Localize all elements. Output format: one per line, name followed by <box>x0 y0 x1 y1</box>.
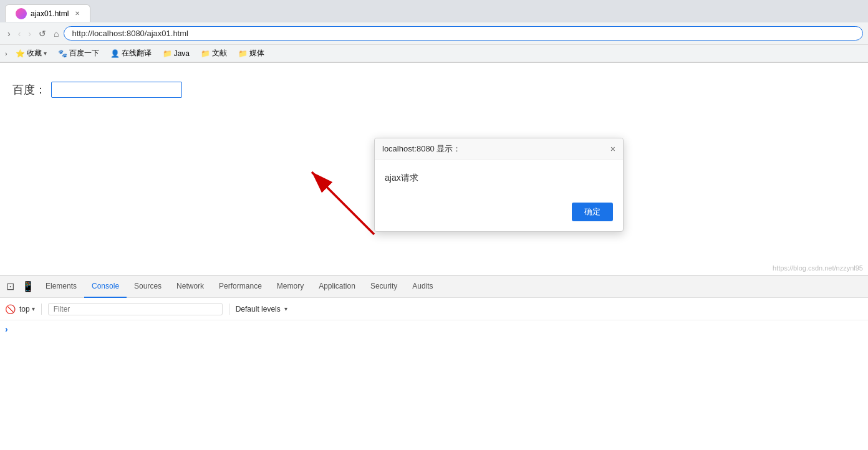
tab-console[interactable]: Console <box>84 275 127 298</box>
tab-security[interactable]: Security <box>363 275 405 298</box>
tab-performance[interactable]: Performance <box>211 275 269 298</box>
alert-close-button[interactable]: × <box>610 145 615 153</box>
tab-network[interactable]: Network <box>169 275 211 298</box>
bookmark-docs[interactable]: 📁 文献 <box>198 47 230 60</box>
tab-close-button[interactable]: ✕ <box>75 10 80 17</box>
bookmark-media[interactable]: 📁 媒体 <box>235 47 268 60</box>
page-content: 百度： localhost:8080 显示： × ajax请求 确定 https… <box>0 63 868 275</box>
folder-icon: 📁 <box>163 49 172 58</box>
star-icon: ⭐ <box>16 49 25 58</box>
levels-chevron-icon: ▾ <box>284 305 287 312</box>
tab-bar: ajax01.html ✕ <box>0 0 868 22</box>
no-entry-icon: 🚫 <box>5 304 16 314</box>
bookmark-collections[interactable]: ⭐ 收藏 ▾ <box>12 47 50 60</box>
active-tab[interactable]: ajax01.html ✕ <box>5 4 90 22</box>
context-label: top <box>19 305 30 314</box>
alert-ok-button[interactable]: 确定 <box>572 203 613 221</box>
baidu-icon: 🐾 <box>58 49 67 58</box>
search-area: 百度： <box>12 82 856 98</box>
home-button[interactable]: ⌂ <box>51 27 61 40</box>
address-bar-wrap <box>64 26 863 41</box>
separator-1 <box>41 304 42 315</box>
folder-icon-3: 📁 <box>238 49 248 58</box>
tab-audits[interactable]: Audits <box>405 275 440 298</box>
bookmark-java-label: Java <box>174 49 190 58</box>
nav-chevron-button[interactable]: › <box>5 27 13 40</box>
bookmark-baidu-label: 百度一下 <box>69 48 99 59</box>
chevron-down-icon: ▾ <box>44 50 47 57</box>
devtools-select-icon-button[interactable]: ⊡ <box>2 278 18 295</box>
svg-line-1 <box>312 172 374 234</box>
devtools-tabs: ⊡ 📱 Elements Console Sources Network Per… <box>0 275 868 298</box>
bookmark-java[interactable]: 📁 Java <box>160 48 193 59</box>
folder-icon-2: 📁 <box>201 49 210 58</box>
devtools-phone-icon-button[interactable]: 📱 <box>18 278 38 295</box>
console-prompt-icon: › <box>5 324 8 334</box>
tab-elements[interactable]: Elements <box>38 275 84 298</box>
levels-select[interactable]: Default levels ▾ <box>236 305 287 314</box>
context-select[interactable]: top ▾ <box>19 305 35 314</box>
search-label: 百度： <box>12 82 46 97</box>
browser-chrome: ajax01.html ✕ › ‹ › ↺ ⌂ › ⭐ 收藏 ▾ 🐾 百度一下 … <box>0 0 868 63</box>
bookmark-translate[interactable]: 👤 在线翻译 <box>107 47 155 60</box>
bookmark-docs-label: 文献 <box>212 48 227 59</box>
translate-icon: 👤 <box>110 49 120 58</box>
forward-button[interactable]: › <box>26 27 34 40</box>
nav-toolbar: › ‹ › ↺ ⌂ <box>0 22 868 45</box>
context-chevron-icon: ▾ <box>32 305 35 312</box>
search-input[interactable] <box>51 82 182 98</box>
bookmark-baidu[interactable]: 🐾 百度一下 <box>55 47 102 60</box>
tab-favicon <box>16 8 27 19</box>
alert-dialog: localhost:8080 显示： × ajax请求 确定 <box>374 138 624 232</box>
alert-body: ajax请求 确定 <box>375 160 623 231</box>
separator-2 <box>229 304 229 315</box>
alert-title: localhost:8080 显示： <box>382 143 461 155</box>
reload-button[interactable]: ↺ <box>36 27 49 40</box>
tab-application[interactable]: Application <box>311 275 363 298</box>
devtools-console: › <box>0 320 868 338</box>
bookmark-media-label: 媒体 <box>249 48 264 59</box>
tab-title: ajax01.html <box>31 9 69 18</box>
bookmark-collections-label: 收藏 <box>27 48 42 59</box>
filter-input[interactable] <box>48 303 223 315</box>
bookmarks-bar: › ⭐ 收藏 ▾ 🐾 百度一下 👤 在线翻译 📁 Java 📁 文献 📁 媒体 <box>0 45 868 62</box>
bookmark-translate-label: 在线翻译 <box>122 48 152 59</box>
alert-actions: 确定 <box>385 203 613 221</box>
devtools-panel: ⊡ 📱 Elements Console Sources Network Per… <box>0 275 868 365</box>
watermark: https://blog.csdn.net/nzzynl95 <box>773 264 863 272</box>
alert-titlebar: localhost:8080 显示： × <box>375 138 623 160</box>
alert-message: ajax请求 <box>385 173 613 184</box>
tab-memory[interactable]: Memory <box>269 275 311 298</box>
tab-sources[interactable]: Sources <box>127 275 169 298</box>
back-button[interactable]: ‹ <box>16 27 24 40</box>
address-bar[interactable] <box>64 26 863 41</box>
levels-label: Default levels <box>236 305 281 314</box>
bookmarks-arrow-icon: › <box>5 50 7 57</box>
devtools-toolbar: 🚫 top ▾ Default levels ▾ <box>0 298 868 320</box>
